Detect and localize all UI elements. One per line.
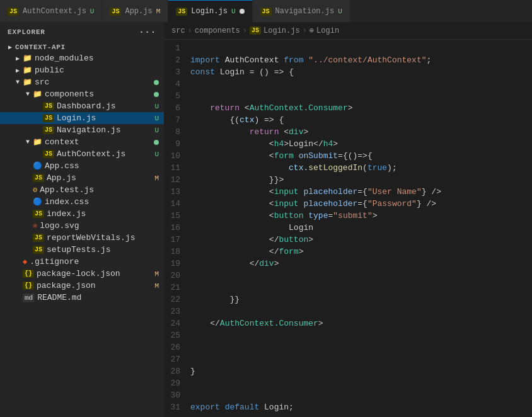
sidebar-item-navigation[interactable]: JS Navigation.js U	[0, 124, 164, 136]
breadcrumb-sep1: ›	[188, 26, 192, 35]
code-line-7: {(ctx) => {	[190, 114, 522, 126]
sidebar-header-icons: ···	[139, 27, 156, 37]
js-icon: JS	[176, 8, 187, 16]
editor-panel: src › components › JS Login.js › ⊕ Login…	[164, 22, 532, 417]
code-line-26	[190, 341, 522, 353]
sidebar-item-gitignore[interactable]: ◆ .gitignore	[0, 256, 164, 268]
sidebar-label-indexjs: index.js	[47, 209, 164, 219]
js-file-icon: JS	[33, 246, 44, 254]
js-file-icon: JS	[33, 234, 44, 242]
code-line-3: const Login = () => {	[190, 66, 522, 78]
breadcrumb-src: src	[171, 26, 185, 35]
folder-icon: 📁	[33, 89, 42, 99]
sidebar-item-context[interactable]: ▼ 📁 context	[0, 136, 164, 148]
ellipsis-icon[interactable]: ···	[139, 27, 156, 37]
code-line-9: <h4>Login</h4>	[190, 138, 522, 150]
authcontext-badge: U	[154, 151, 159, 158]
code-line-13: <input placeholder={"User Name"} />	[190, 186, 522, 198]
sidebar-item-node-modules[interactable]: ▶ 📁 node_modules	[0, 52, 164, 64]
sidebar-item-components[interactable]: ▼ 📁 components	[0, 88, 164, 100]
dashboard-badge: U	[154, 103, 159, 110]
code-line-19: </div>	[190, 258, 522, 270]
code-line-8: return <div>	[190, 126, 522, 138]
json-file-icon: {}	[23, 270, 34, 278]
sidebar-item-apptest[interactable]: ⚙ App.test.js	[0, 184, 164, 196]
arrow-icon: ▼	[23, 91, 33, 98]
sidebar-label-apptest: App.test.js	[40, 185, 164, 195]
breadcrumb-loginjs: Login.js	[263, 26, 300, 35]
tab-login[interactable]: JS Login.js U	[168, 0, 252, 22]
js-icon: JS	[260, 8, 272, 16]
sidebar-item-setuptests[interactable]: JS setupTests.js	[0, 244, 164, 256]
sidebar-item-logosvg[interactable]: ⚛ logo.svg	[0, 220, 164, 232]
code-line-25	[190, 329, 522, 341]
sidebar-item-indexjs[interactable]: JS index.js	[0, 208, 164, 220]
sidebar-item-dashboard[interactable]: JS Dashboard.js U	[0, 100, 164, 112]
sidebar-label-appcss: App.css	[45, 161, 164, 171]
tab-navigation[interactable]: JS Navigation.js U	[253, 0, 350, 22]
sidebar-label-authcontext: AuthContext.js	[57, 149, 154, 159]
sidebar-item-login[interactable]: JS Login.js U	[0, 112, 164, 124]
sidebar: EXPLORER ··· ▶ CONTEXT-API ▶ 📁 node_modu…	[0, 22, 164, 417]
css-file-icon: 🔵	[33, 161, 42, 171]
sidebar-item-public[interactable]: ▶ 📁 public	[0, 64, 164, 76]
sidebar-item-packagelock[interactable]: {} package-lock.json M	[0, 268, 164, 280]
code-line-15: <button type="submit">	[190, 210, 522, 222]
sidebar-root-label: CONTEXT-API	[15, 43, 164, 51]
sidebar-label-node-modules: node_modules	[35, 54, 164, 63]
folder-icon: 📁	[23, 54, 32, 63]
tab-login-label: Login.js	[191, 7, 228, 16]
js-icon: JS	[8, 8, 19, 16]
code-line-31: export default Login;	[190, 401, 522, 413]
breadcrumb-components: components	[195, 26, 240, 35]
json-file-icon: {}	[23, 282, 34, 290]
sidebar-label-readme: README.md	[37, 293, 164, 302]
code-line-11: ctx.setLoggedIn(true);	[190, 162, 522, 174]
context-modified-badge	[154, 140, 159, 145]
code-line-10: <form onSubmit={()=>{	[190, 150, 522, 162]
code-line-14: <input placeholder={"Password"} />	[190, 198, 522, 210]
breadcrumb-icon-sym: ⊕	[309, 26, 314, 35]
svg-file-icon: ⚛	[33, 221, 37, 231]
sidebar-item-root[interactable]: ▶ CONTEXT-API	[0, 42, 164, 52]
code-line-2: import AuthContext from "../context/Auth…	[190, 54, 522, 66]
packagelock-badge: M	[154, 270, 159, 278]
sidebar-header: EXPLORER ···	[0, 22, 164, 42]
js-file-icon: JS	[43, 150, 54, 158]
code-line-27	[190, 353, 522, 365]
sidebar-label-src: src	[35, 77, 154, 87]
css-file-icon: 🔵	[33, 197, 42, 207]
sidebar-label-context: context	[45, 137, 154, 147]
sidebar-item-indexcss[interactable]: 🔵 index.css	[0, 196, 164, 208]
sidebar-item-appcss[interactable]: 🔵 App.css	[0, 160, 164, 172]
code-line-16: Login	[190, 222, 522, 234]
code-editor[interactable]: 12345 678910 1112131415 1617181920 21222…	[164, 40, 532, 417]
git-file-icon: ◆	[23, 257, 27, 266]
editor-content: 12345 678910 1112131415 1617181920 21222…	[164, 40, 532, 417]
breadcrumb-sep3: ›	[303, 26, 307, 35]
code-line-24: </AuthContext.Consumer>	[190, 317, 522, 329]
navigation-badge: U	[154, 127, 159, 134]
tab-app[interactable]: JS App.js M	[102, 0, 168, 22]
sidebar-item-appjs[interactable]: JS App.js M	[0, 172, 164, 184]
sidebar-item-reportweb[interactable]: JS reportWebVitals.js	[0, 232, 164, 244]
breadcrumb: src › components › JS Login.js › ⊕ Login	[164, 22, 532, 40]
js-file-icon: JS	[43, 114, 54, 122]
arrow-icon: ▼	[13, 79, 23, 86]
code-line-1	[190, 42, 522, 54]
sidebar-item-authcontext[interactable]: JS AuthContext.js U	[0, 148, 164, 160]
tab-app-label: App.js	[125, 7, 152, 16]
tab-authcontext[interactable]: JS AuthContext.js U	[0, 0, 102, 22]
md-file-icon: md	[23, 294, 35, 302]
arrow-icon: ▶	[5, 43, 15, 51]
sidebar-label-packagelock: package-lock.json	[37, 269, 154, 278]
tab-bar: JS AuthContext.js U JS App.js M JS Login…	[0, 0, 532, 22]
folder-icon: 📁	[23, 77, 32, 87]
src-modified-badge	[154, 80, 159, 85]
sidebar-item-packagejson[interactable]: {} package.json M	[0, 280, 164, 292]
code-line-28: }	[190, 365, 522, 377]
tab-authcontext-badge: U	[90, 8, 95, 15]
sidebar-item-readme[interactable]: md README.md	[0, 292, 164, 304]
breadcrumb-js-badge: JS	[250, 26, 261, 35]
sidebar-item-src[interactable]: ▼ 📁 src	[0, 76, 164, 88]
